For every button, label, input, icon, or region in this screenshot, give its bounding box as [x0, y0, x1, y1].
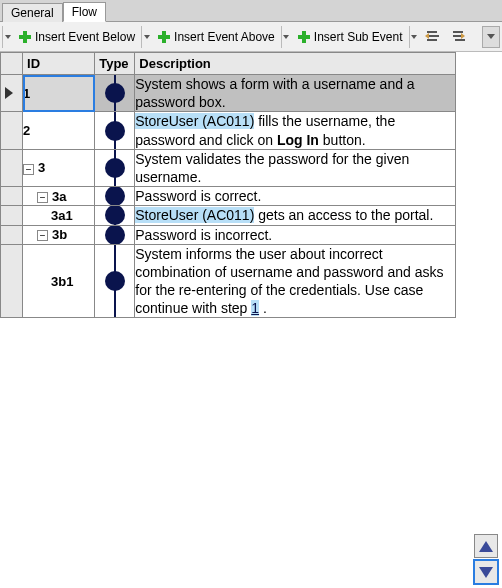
type-dot-icon: [105, 121, 125, 141]
id-cell[interactable]: −3a: [23, 187, 95, 206]
grid-container: ID Type Description 1System shows a form…: [0, 52, 502, 588]
description-cell[interactable]: System validates the password for the gi…: [135, 149, 456, 186]
indent-button[interactable]: [447, 27, 471, 47]
outdent-button[interactable]: [421, 27, 445, 47]
table-row[interactable]: −3System validates the password for the …: [1, 149, 456, 186]
row-handle[interactable]: [1, 149, 23, 186]
type-dot-icon: [105, 271, 125, 291]
table-row[interactable]: 1System shows a form with a username and…: [1, 75, 456, 112]
description-text: Log In: [277, 132, 319, 148]
plus-icon: [297, 30, 311, 44]
type-dot-icon: [105, 83, 125, 103]
description-cell[interactable]: System informs the user about incorrect …: [135, 244, 456, 318]
type-cell[interactable]: [95, 112, 135, 149]
toolbar-split-left[interactable]: [2, 26, 12, 48]
description-cell[interactable]: StoreUser (AC011) fills the username, th…: [135, 112, 456, 149]
row-id-label: 3b: [52, 227, 67, 242]
description-text: System informs the user about incorrect …: [135, 246, 443, 317]
insert-below-split[interactable]: [141, 26, 151, 48]
id-cell[interactable]: −3: [23, 149, 95, 186]
step-link[interactable]: 1: [251, 300, 259, 316]
row-handle[interactable]: [1, 112, 23, 149]
description-text: System shows a form with a username and …: [135, 76, 414, 110]
type-dot-icon: [105, 158, 125, 178]
expander-button[interactable]: −: [37, 230, 48, 241]
type-cell[interactable]: [95, 187, 135, 206]
arrow-up-icon: [479, 541, 493, 552]
toolbar: Insert Event Below Insert Event Above In…: [0, 22, 502, 52]
description-cell[interactable]: StoreUser (AC011) gets an access to the …: [135, 206, 456, 225]
row-id-label: 3b1: [51, 274, 73, 289]
row-handle[interactable]: [1, 244, 23, 318]
id-cell[interactable]: 2: [23, 112, 95, 149]
description-text: .: [259, 300, 267, 316]
button-label: Insert Sub Event: [314, 30, 403, 44]
plus-icon: [18, 30, 32, 44]
description-text: button.: [319, 132, 366, 148]
insert-event-above-button[interactable]: Insert Event Above: [153, 27, 279, 47]
table-row[interactable]: −3aPassword is correct.: [1, 187, 456, 206]
table-row[interactable]: 3a1StoreUser (AC011) gets an access to t…: [1, 206, 456, 225]
type-dot-icon: [105, 225, 125, 244]
outdent-icon: [425, 30, 441, 44]
type-cell[interactable]: [95, 75, 135, 112]
column-header-handle[interactable]: [1, 53, 23, 75]
column-header-description[interactable]: Description: [135, 53, 456, 75]
table-row[interactable]: 3b1System informs the user about incorre…: [1, 244, 456, 318]
insert-above-split[interactable]: [281, 26, 291, 48]
toolbar-overflow-button[interactable]: [482, 26, 500, 48]
tab-flow[interactable]: Flow: [63, 2, 106, 22]
type-cell[interactable]: [95, 149, 135, 186]
row-id-label: 2: [23, 123, 30, 138]
events-grid: ID Type Description 1System shows a form…: [0, 52, 456, 318]
row-handle[interactable]: [1, 206, 23, 225]
description-cell[interactable]: System shows a form with a username and …: [135, 75, 456, 112]
type-dot-icon: [105, 187, 125, 206]
type-cell[interactable]: [95, 244, 135, 318]
actor-reference[interactable]: StoreUser (AC011): [135, 113, 254, 129]
row-id-label: 3a: [52, 189, 66, 204]
indent-icon: [451, 30, 467, 44]
scroll-up-button[interactable]: [474, 534, 498, 558]
tab-bar: General Flow: [0, 0, 502, 22]
type-dot-icon: [105, 206, 125, 225]
type-cell[interactable]: [95, 206, 135, 225]
row-handle[interactable]: [1, 225, 23, 244]
row-handle[interactable]: [1, 187, 23, 206]
description-text: gets an access to the portal.: [254, 207, 433, 223]
column-header-type[interactable]: Type: [95, 53, 135, 75]
actor-reference[interactable]: StoreUser (AC011): [135, 207, 254, 223]
table-row[interactable]: −3bPassword is incorrect.: [1, 225, 456, 244]
button-label: Insert Event Below: [35, 30, 135, 44]
button-label: Insert Event Above: [174, 30, 275, 44]
scroll-down-button[interactable]: [474, 560, 498, 584]
column-header-id[interactable]: ID: [23, 53, 95, 75]
row-handle[interactable]: [1, 75, 23, 112]
table-row[interactable]: 2StoreUser (AC011) fills the username, t…: [1, 112, 456, 149]
id-cell[interactable]: −3b: [23, 225, 95, 244]
plus-icon: [157, 30, 171, 44]
description-cell[interactable]: Password is correct.: [135, 187, 456, 206]
row-id-label: 3: [38, 160, 45, 175]
id-cell[interactable]: 1: [23, 75, 95, 112]
expander-button[interactable]: −: [37, 192, 48, 203]
row-id-label: 3a1: [51, 208, 73, 223]
arrow-down-icon: [479, 567, 493, 578]
type-cell[interactable]: [95, 225, 135, 244]
row-id-label: 1: [23, 86, 30, 101]
insert-sub-split[interactable]: [409, 26, 419, 48]
id-cell[interactable]: 3b1: [23, 244, 95, 318]
insert-sub-event-button[interactable]: Insert Sub Event: [293, 27, 407, 47]
description-text: System validates the password for the gi…: [135, 151, 409, 185]
description-text: Password is incorrect.: [135, 227, 272, 243]
description-cell[interactable]: Password is incorrect.: [135, 225, 456, 244]
tab-general[interactable]: General: [2, 3, 63, 22]
scroll-nav: [474, 534, 498, 584]
description-text: Password is correct.: [135, 188, 261, 204]
expander-button[interactable]: −: [23, 164, 34, 175]
id-cell[interactable]: 3a1: [23, 206, 95, 225]
insert-event-below-button[interactable]: Insert Event Below: [14, 27, 139, 47]
